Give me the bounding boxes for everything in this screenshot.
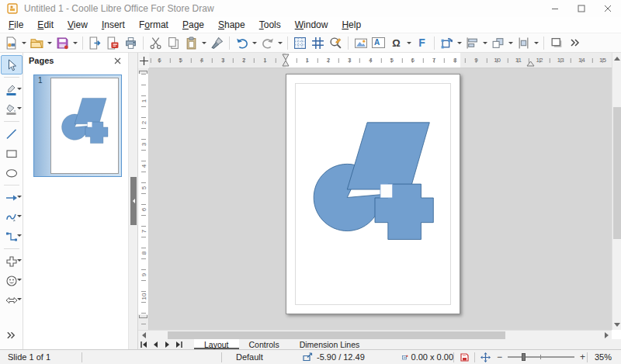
insert-textbox-icon[interactable]: A [369, 34, 387, 51]
vertical-scrollbar-thumb[interactable] [613, 107, 621, 239]
export-icon[interactable] [86, 34, 104, 51]
basic-shapes-tool[interactable] [1, 251, 23, 271]
vertical-scrollbar[interactable] [612, 53, 621, 330]
save-icon[interactable] [54, 34, 71, 51]
copy-icon[interactable] [165, 34, 182, 51]
zoom-out-icon[interactable]: − [495, 352, 504, 362]
maximize-icon[interactable] [568, 0, 595, 17]
menu-item[interactable]: Page [175, 18, 211, 33]
page-style-status[interactable]: Default [222, 352, 303, 362]
arrange-icon[interactable] [489, 34, 507, 51]
zoom-in-icon[interactable]: + [578, 352, 587, 362]
distribute-icon[interactable] [515, 34, 533, 51]
title-bar: Untitled 1 - Coolle Libre Office For Sto… [0, 0, 621, 17]
block-arrows-tool[interactable] [1, 290, 23, 310]
last-page-icon[interactable] [173, 339, 185, 349]
save-dropdown[interactable] [71, 34, 79, 51]
menu-item[interactable]: Edit [30, 18, 61, 33]
menu-item[interactable]: Tools [252, 18, 288, 33]
symbol-shapes-tool[interactable] [1, 271, 23, 290]
previous-page-icon[interactable] [150, 339, 161, 349]
zoom-level-status[interactable]: 35% [588, 352, 617, 362]
zoom-slider-track[interactable] [508, 356, 574, 358]
vertical-ruler-top-marker-icon[interactable] [139, 71, 147, 74]
canvas[interactable] [149, 68, 612, 330]
arrange-dropdown[interactable] [507, 34, 515, 51]
close-icon[interactable] [595, 0, 621, 17]
special-character-dropdown[interactable] [405, 34, 413, 51]
panel-splitter[interactable] [129, 53, 138, 349]
lines-and-arrows-tool[interactable] [1, 188, 23, 207]
snap-guides-icon[interactable] [309, 34, 327, 51]
next-page-icon[interactable] [161, 339, 173, 349]
align-objects-icon[interactable] [463, 34, 481, 51]
export-pdf-icon[interactable] [104, 34, 122, 51]
vertical-ruler-bottom-marker-icon[interactable] [139, 315, 147, 318]
connectors-tool[interactable] [1, 227, 23, 246]
more-tools-icon[interactable] [1, 325, 23, 345]
distribute-dropdown[interactable] [533, 34, 540, 51]
zoom-slider-thumb[interactable] [522, 353, 526, 361]
special-character-icon[interactable]: Ω [387, 34, 405, 51]
menu-item[interactable]: Shape [211, 18, 252, 33]
clone-formatting-icon[interactable] [208, 34, 226, 51]
horizontal-scrollbar[interactable] [138, 330, 612, 339]
first-page-icon[interactable] [138, 339, 150, 349]
ruler-number: 3 [213, 55, 234, 65]
ruler-indent-marker-icon[interactable] [282, 54, 290, 67]
menu-item[interactable]: Format [132, 18, 175, 33]
menu-item[interactable]: Help [335, 18, 368, 33]
undo-icon[interactable] [233, 34, 251, 51]
ellipse-tool[interactable] [1, 163, 23, 182]
ruler-origin-icon[interactable] [138, 53, 149, 68]
menu-item[interactable]: Insert [95, 18, 132, 33]
transformations-icon[interactable] [438, 34, 456, 51]
panel-splitter-handle[interactable] [130, 177, 137, 225]
pages-panel-header: Pages [23, 53, 128, 68]
new-document-icon[interactable] [2, 34, 20, 51]
horizontal-ruler[interactable]: 654321123456789101112131415 [149, 53, 612, 68]
redo-dropdown[interactable] [276, 34, 284, 51]
menu-item[interactable]: View [61, 18, 95, 33]
tab-dimension-lines[interactable]: Dimension Lines [290, 339, 370, 349]
transformations-dropdown[interactable] [456, 34, 463, 51]
insert-line-tool[interactable] [1, 124, 23, 144]
scroll-down-icon[interactable] [612, 320, 621, 330]
menu-item[interactable]: Window [288, 18, 335, 33]
rectangle-tool[interactable] [1, 144, 23, 163]
open-dropdown[interactable] [46, 34, 54, 51]
undo-dropdown[interactable] [251, 34, 258, 51]
document-modified-status[interactable] [454, 353, 474, 362]
pages-panel-title: Pages [29, 56, 54, 65]
more-options-icon[interactable] [565, 34, 583, 51]
paste-icon[interactable] [182, 34, 200, 51]
curves-and-polygons-tool[interactable] [1, 207, 23, 227]
fill-color-tool[interactable] [1, 99, 23, 119]
new-document-dropdown[interactable] [20, 34, 28, 51]
insert-image-icon[interactable] [352, 34, 369, 51]
fit-slide-button[interactable] [475, 352, 495, 362]
shadow-icon[interactable] [547, 34, 565, 51]
zoom-icon[interactable] [327, 34, 345, 51]
pages-panel-close-icon[interactable] [112, 55, 123, 66]
cut-icon[interactable] [147, 34, 165, 51]
display-grid-icon[interactable] [291, 34, 309, 51]
drawing-page[interactable] [286, 74, 460, 314]
line-color-tool[interactable] [1, 80, 23, 99]
vertical-ruler[interactable]: 12345678910 [138, 68, 149, 330]
select-tool[interactable] [1, 55, 23, 75]
menu-item[interactable]: File [2, 18, 30, 33]
horizontal-scrollbar-thumb[interactable] [168, 331, 505, 339]
tab-layout[interactable]: Layout [194, 339, 239, 349]
paste-dropdown[interactable] [200, 34, 208, 51]
page-thumbnail[interactable]: 1 [33, 75, 122, 177]
redo-icon[interactable] [258, 34, 276, 51]
align-objects-dropdown[interactable] [481, 34, 489, 51]
tab-controls[interactable]: Controls [239, 339, 290, 349]
open-icon[interactable] [28, 34, 46, 51]
minimize-icon[interactable] [542, 0, 568, 17]
fontwork-icon[interactable]: F [413, 34, 431, 51]
print-icon[interactable] [122, 34, 140, 51]
scroll-up-icon[interactable] [612, 53, 621, 63]
ruler-margin-marker-icon[interactable] [526, 61, 535, 67]
